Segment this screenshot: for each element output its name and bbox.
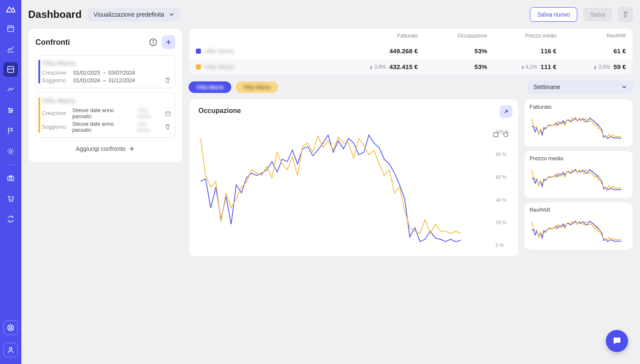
stats-header-occupazione: Occupazione bbox=[418, 33, 487, 39]
period-dropdown[interactable]: Settimane bbox=[527, 80, 633, 94]
top-bar: Dashboard Visualizzazione predefinita Sa… bbox=[28, 7, 633, 22]
confronto-card-2: Villa Maria Creazione Stesse date anno p… bbox=[35, 92, 175, 138]
nav-calendar-icon[interactable] bbox=[3, 21, 18, 36]
diff-revpar: 3,5% bbox=[593, 64, 610, 70]
nav-flag-icon[interactable] bbox=[3, 124, 18, 138]
diff-prezzo: 4,1% bbox=[521, 64, 537, 70]
nav-cart-icon[interactable] bbox=[3, 191, 18, 206]
svg-point-20 bbox=[10, 327, 12, 329]
view-dropdown-label: Visualizzazione predefinita bbox=[93, 11, 164, 18]
cell-occupazione: 53% bbox=[418, 47, 487, 55]
nav-sliders-icon[interactable] bbox=[3, 103, 18, 118]
color-stripe bbox=[38, 97, 40, 133]
add-confronto-link[interactable]: Aggiungi confronto bbox=[35, 142, 175, 156]
period-dropdown-label: Settimane bbox=[533, 84, 560, 90]
cell-occupazione: 53% bbox=[418, 63, 487, 70]
add-confronto-label: Aggiungi confronto bbox=[76, 145, 126, 152]
svg-line-23 bbox=[9, 329, 10, 330]
cell-revpar: 59 € bbox=[614, 63, 626, 70]
stats-table: Fatturato Occupazione Prezzo medio RevPA… bbox=[189, 28, 633, 75]
soggiorno-prefix: Stesse date anno passato: bbox=[72, 121, 132, 133]
cell-prezzo: 111 € bbox=[541, 63, 557, 70]
mini-chart-title: Fatturato bbox=[529, 104, 628, 110]
mini-chart-revpar[interactable]: RevPAR bbox=[524, 202, 633, 250]
svg-point-13 bbox=[9, 150, 12, 153]
nav-analytics-icon[interactable] bbox=[3, 83, 18, 97]
save-new-button[interactable]: Salva nuovo bbox=[530, 7, 577, 22]
mini-chart-plot bbox=[529, 164, 623, 194]
svg-line-21 bbox=[9, 326, 10, 327]
stats-header-prezzo: Prezzo medio bbox=[487, 33, 557, 39]
confronto-name: Villa Maria bbox=[42, 97, 171, 105]
mini-chart-prezzo[interactable]: Prezzo medio bbox=[524, 150, 633, 199]
main-chart-plot bbox=[198, 125, 463, 248]
stats-row-1: Villa Maria 449.268 € 53% 116 € 61 € bbox=[189, 43, 633, 59]
svg-rect-31 bbox=[166, 112, 170, 116]
svg-rect-0 bbox=[8, 26, 14, 32]
cell-fatturato: 449.268 € bbox=[349, 47, 418, 55]
calendar-icon bbox=[166, 111, 171, 116]
mini-chart-title: Prezzo medio bbox=[529, 155, 628, 162]
chat-bubble-button[interactable] bbox=[606, 330, 628, 352]
stats-row-name: Villa Maria bbox=[204, 63, 234, 70]
nav-user-icon[interactable] bbox=[3, 343, 18, 357]
add-confronto-button[interactable] bbox=[162, 35, 175, 49]
nav-camera-icon[interactable] bbox=[3, 171, 18, 185]
swatch-icon bbox=[196, 64, 201, 69]
expand-chart-button[interactable] bbox=[500, 105, 512, 118]
svg-point-15 bbox=[9, 177, 12, 180]
delete-view-button[interactable] bbox=[618, 7, 633, 22]
creazione-value: 01/01/2023 → 03/07/2024 bbox=[73, 70, 135, 76]
delete-confronto-button[interactable] bbox=[165, 124, 171, 130]
soggiorno-label: Soggiorno bbox=[42, 78, 69, 84]
series-pill-2[interactable]: Villa Maria bbox=[236, 81, 278, 93]
trash-icon bbox=[622, 11, 629, 18]
cell-fatturato: 432.415 € bbox=[390, 63, 418, 70]
nav-dashboard-icon[interactable] bbox=[3, 62, 18, 77]
creazione-prefix: Stesse date anno passato: bbox=[73, 107, 133, 119]
view-dropdown[interactable]: Visualizzazione predefinita bbox=[87, 8, 180, 21]
confronto-card-1: Villa Maria Creazione 01/01/2023 → 03/07… bbox=[35, 55, 175, 88]
cell-revpar: 61 € bbox=[556, 47, 626, 55]
nav-sync-icon[interactable] bbox=[3, 212, 18, 226]
color-stripe bbox=[38, 60, 40, 84]
mini-chart-plot bbox=[529, 216, 623, 246]
chevron-down-icon bbox=[169, 12, 175, 17]
nav-help-icon[interactable] bbox=[3, 321, 18, 335]
svg-point-18 bbox=[12, 201, 13, 202]
stats-header-fatturato: Fatturato bbox=[349, 33, 418, 39]
soggiorno-blur: Villa Maria bbox=[137, 121, 161, 133]
creazione-blur: Villa Maria bbox=[137, 107, 161, 119]
save-button[interactable]: Salva bbox=[583, 8, 612, 21]
series-pills-row: Villa Maria Villa Maria Settimane bbox=[189, 80, 633, 94]
svg-point-28 bbox=[153, 40, 154, 41]
series-pill-1[interactable]: Villa Maria bbox=[189, 81, 231, 93]
soggiorno-value: 01/01/2024 → 31/12/2024 bbox=[73, 78, 135, 84]
svg-point-17 bbox=[9, 201, 10, 202]
confronto-name: Villa Maria bbox=[42, 60, 171, 67]
svg-rect-5 bbox=[8, 66, 14, 72]
confronti-panel: Confronti Villa Maria Creazione 01/01/20… bbox=[28, 28, 183, 163]
main-chart-title: Occupazione bbox=[198, 107, 511, 115]
nav-chart-icon[interactable] bbox=[3, 42, 18, 56]
stats-header-revpar: RevPAR bbox=[556, 33, 626, 39]
app-logo-icon bbox=[6, 5, 16, 13]
chevron-down-icon bbox=[621, 84, 627, 90]
nav-gear-icon[interactable] bbox=[3, 144, 18, 159]
plus-icon bbox=[129, 146, 135, 152]
info-icon[interactable] bbox=[149, 38, 157, 46]
delete-confronto-button[interactable] bbox=[165, 78, 171, 84]
left-sidebar bbox=[0, 0, 21, 364]
confronti-title: Confronti bbox=[35, 38, 70, 47]
swatch-icon bbox=[196, 49, 201, 54]
stats-row-2: Villa Maria 3,8%432.415 € 53% 4,1%111 € … bbox=[189, 59, 633, 75]
stats-header-row: Fatturato Occupazione Prezzo medio RevPA… bbox=[189, 29, 633, 43]
stats-row-name: Villa Maria bbox=[204, 47, 234, 55]
svg-point-25 bbox=[9, 347, 12, 350]
chat-icon bbox=[612, 336, 622, 346]
mini-chart-fatturato[interactable]: Fatturato bbox=[524, 99, 633, 147]
mini-chart-title: RevPAR bbox=[529, 207, 628, 213]
y-axis-labels: 100 % 80 % 60 % 40 % 20 % 0 % bbox=[496, 129, 509, 248]
svg-line-22 bbox=[12, 326, 13, 327]
svg-line-24 bbox=[12, 329, 13, 330]
